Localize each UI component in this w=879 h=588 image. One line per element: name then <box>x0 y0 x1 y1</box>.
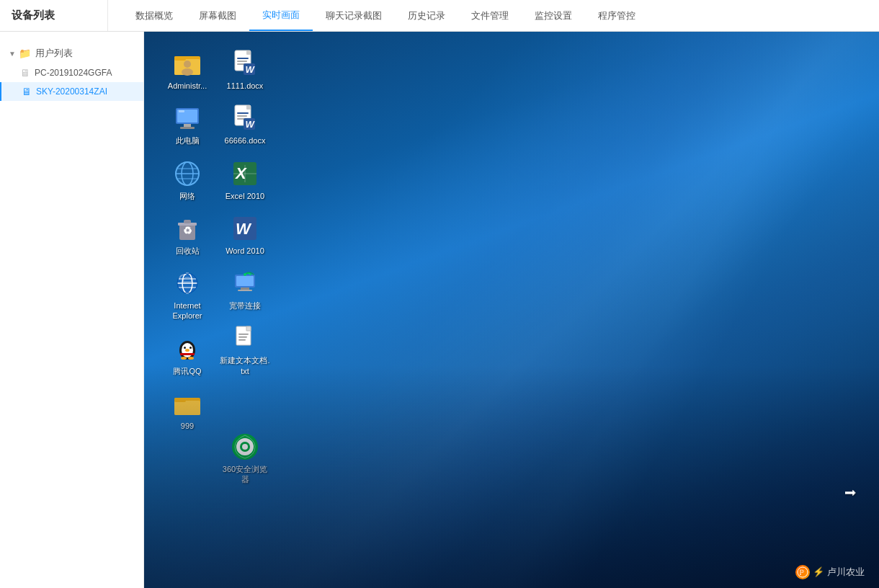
tab-chat-screenshot[interactable]: 聊天记录截图 <box>313 0 395 31</box>
svg-point-63 <box>244 273 246 276</box>
svg-rect-47 <box>246 105 251 110</box>
monitor-icon-active: 🖥 <box>22 86 32 97</box>
tab-file-management[interactable]: 文件管理 <box>458 0 522 31</box>
tab-data-overview[interactable]: 数据概览 <box>122 0 186 31</box>
desktop-icon-360[interactable]: 360安全浏览器 <box>216 429 274 488</box>
desktop-icon-broadband[interactable]: 宽带连接 <box>216 266 274 313</box>
folder999-icon-label: 999 <box>181 421 194 431</box>
desktop-icon-computer[interactable]: 此电脑 <box>159 101 216 148</box>
svg-text:W: W <box>246 119 256 130</box>
navigation-tabs: 数据概览 屏幕截图 实时画面 聊天记录截图 历史记录 文件管理 监控设置 程序管… <box>108 0 879 31</box>
svg-point-33 <box>181 357 187 360</box>
watermark: ℙ ⚡ 卢川农业 <box>795 565 865 579</box>
desktop-icon-qq[interactable]: 腾讯QQ <box>159 331 216 379</box>
recycle-icon-label: 回收站 <box>176 246 200 256</box>
device-name-pc1: PC-20191024GGFA <box>35 68 112 78</box>
desktop-icon-ie[interactable]: InternetExplorer <box>159 266 216 324</box>
svg-rect-42 <box>237 61 247 62</box>
docx2-icon-label: 66666.docx <box>225 135 266 146</box>
svg-rect-2 <box>174 56 186 61</box>
page-title: 设备列表 <box>0 0 108 31</box>
broadband-icon <box>231 269 259 298</box>
desktop-icons-container: Administr... <box>159 46 216 574</box>
svg-rect-62 <box>238 290 252 291</box>
qq-icon-label: 腾讯QQ <box>173 366 201 376</box>
ie-icon <box>173 269 202 298</box>
svg-rect-67 <box>238 337 247 338</box>
folder-icon: 📁 <box>19 48 31 59</box>
svg-point-15 <box>176 162 199 185</box>
svg-rect-65 <box>246 326 251 331</box>
network-icon-label: 网络 <box>179 191 195 201</box>
desktop-icon-folder999[interactable]: 999 <box>159 386 216 434</box>
svg-rect-9 <box>179 110 184 112</box>
tab-program-control[interactable]: 程序管控 <box>585 0 648 31</box>
word2010-icon-label: Word 2010 <box>226 246 264 256</box>
svg-rect-41 <box>237 58 249 59</box>
svg-point-3 <box>184 61 191 68</box>
svg-point-4 <box>182 68 193 76</box>
svg-rect-66 <box>238 334 249 335</box>
svg-text:♻: ♻ <box>183 225 192 236</box>
desktop-icon-recycle[interactable]: ♻ 回收站 <box>159 211 216 259</box>
tab-history[interactable]: 历史记录 <box>395 0 458 31</box>
ie-icon-label: InternetExplorer <box>173 300 202 321</box>
tab-monitor-settings[interactable]: 监控设置 <box>522 0 585 31</box>
tab-screen-capture[interactable]: 屏幕截图 <box>186 0 249 31</box>
user-list-header[interactable]: ▼ 📁 用户列表 <box>0 43 143 63</box>
watermark-text: ⚡ 卢川农业 <box>813 566 865 579</box>
svg-text:W: W <box>236 220 252 238</box>
svg-rect-7 <box>184 124 191 127</box>
remote-desktop: Administr... <box>144 32 879 588</box>
folder999-icon <box>173 389 202 418</box>
svg-rect-8 <box>180 127 195 129</box>
360-icon <box>231 432 259 461</box>
user-list-label: 用户列表 <box>35 47 73 60</box>
svg-rect-61 <box>241 288 249 290</box>
admin-icon <box>173 49 202 78</box>
svg-text:ℙ: ℙ <box>799 569 804 576</box>
svg-point-30 <box>184 347 186 349</box>
desktop-icon-word2010[interactable]: W Word 2010 <box>216 211 274 259</box>
desktop-icon-network[interactable]: 网络 <box>159 156 216 204</box>
header: 设备列表 数据概览 屏幕截图 实时画面 聊天记录截图 历史记录 文件管理 监控设… <box>0 0 879 32</box>
360-icon-label: 360安全浏览器 <box>219 464 271 485</box>
qq-icon <box>173 334 202 363</box>
broadband-icon-label: 宽带连接 <box>229 300 261 311</box>
remote-desktop-area: Administr... <box>144 32 879 588</box>
svg-rect-49 <box>237 115 247 117</box>
svg-rect-18 <box>184 220 191 223</box>
device-name-sky1: SKY-20200314ZAI <box>36 86 107 97</box>
desktop-icon-docx1[interactable]: W 1111.docx <box>216 46 274 94</box>
newfile-icon-label: 新建文本文档.txt <box>219 355 271 376</box>
watermark-logo: ℙ <box>795 565 810 579</box>
tab-realtime-view[interactable]: 实时画面 <box>249 0 313 31</box>
network-icon <box>173 159 202 188</box>
sidebar: ▼ 📁 用户列表 🖥 PC-20191024GGFA 🖥 SKY-2020031… <box>0 32 144 588</box>
docx1-icon-label: 1111.docx <box>227 81 264 91</box>
monitor-icon-disabled: 🖥 <box>20 67 30 79</box>
desktop-icon-admin[interactable]: Administr... <box>159 46 216 94</box>
svg-rect-37 <box>174 401 200 415</box>
computer-icon <box>173 104 202 133</box>
excel-icon-label: Excel 2010 <box>226 191 264 201</box>
sidebar-item-sky1[interactable]: 🖥 SKY-20200314ZAI <box>0 82 143 101</box>
docx2-icon: W <box>231 104 259 133</box>
admin-icon-label: Administr... <box>168 81 207 91</box>
desktop-icons-col2: W 1111.docx <box>216 46 274 495</box>
expand-arrow-icon: ▼ <box>9 50 16 58</box>
windows-desktop[interactable]: Administr... <box>144 32 879 588</box>
svg-rect-60 <box>236 276 254 286</box>
docx1-icon: W <box>231 49 259 78</box>
sidebar-item-pc1[interactable]: 🖥 PC-20191024GGFA <box>0 63 143 82</box>
svg-text:W: W <box>246 64 256 75</box>
svg-rect-40 <box>246 50 251 55</box>
newfile-icon <box>231 324 259 352</box>
desktop-icon-docx2[interactable]: W 66666.docx <box>216 101 274 148</box>
user-list-section: ▼ 📁 用户列表 🖥 PC-20191024GGFA 🖥 SKY-2020031… <box>0 39 143 105</box>
desktop-icon-excel[interactable]: X Excel 2010 <box>216 156 274 204</box>
main-layout: ▼ 📁 用户列表 🖥 PC-20191024GGFA 🖥 SKY-2020031… <box>0 32 879 588</box>
svg-point-72 <box>242 444 248 450</box>
desktop-icon-newfile[interactable]: 新建文本文档.txt <box>216 321 274 379</box>
svg-point-32 <box>185 349 189 352</box>
